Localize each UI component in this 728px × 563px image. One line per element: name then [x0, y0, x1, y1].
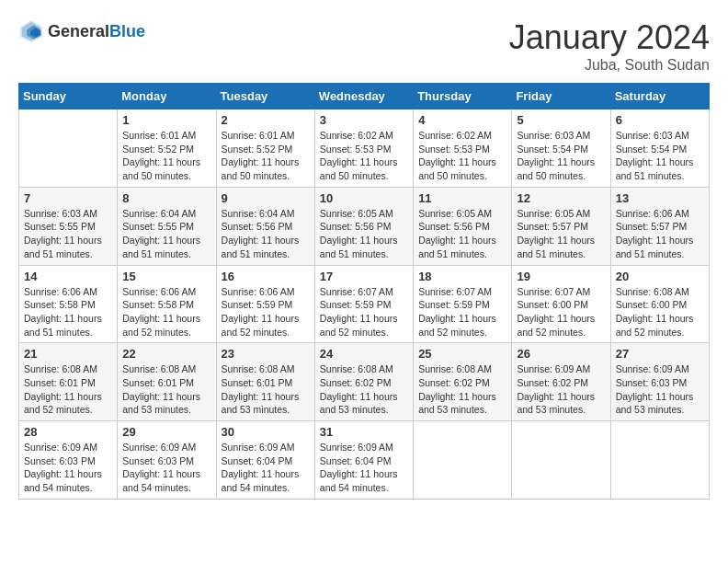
day-detail: Sunrise: 6:09 AMSunset: 6:03 PMDaylight:… [122, 441, 210, 495]
day-detail: Sunrise: 6:05 AMSunset: 5:56 PMDaylight:… [418, 207, 506, 261]
calendar-week-1: 7Sunrise: 6:03 AMSunset: 5:55 PMDaylight… [19, 187, 710, 265]
header-cell-monday: Monday [118, 84, 216, 109]
day-detail: Sunrise: 6:08 AMSunset: 6:01 PMDaylight:… [24, 362, 112, 417]
day-detail: Sunrise: 6:08 AMSunset: 6:00 PMDaylight:… [616, 285, 704, 339]
day-detail: Sunrise: 6:08 AMSunset: 6:02 PMDaylight:… [320, 362, 408, 417]
day-number: 27 [616, 347, 704, 361]
calendar-cell: 23Sunrise: 6:08 AMSunset: 6:01 PMDayligh… [216, 343, 314, 421]
day-number: 14 [24, 270, 112, 283]
day-detail: Sunrise: 6:06 AMSunset: 5:58 PMDaylight:… [122, 285, 210, 339]
day-number: 17 [320, 270, 408, 283]
calendar-cell: 15Sunrise: 6:06 AMSunset: 5:58 PMDayligh… [118, 265, 216, 343]
calendar-cell: 19Sunrise: 6:07 AMSunset: 6:00 PMDayligh… [512, 265, 610, 343]
header-row: SundayMondayTuesdayWednesdayThursdayFrid… [19, 84, 710, 109]
calendar-cell: 31Sunrise: 6:09 AMSunset: 6:04 PMDayligh… [314, 421, 413, 500]
day-detail: Sunrise: 6:04 AMSunset: 5:56 PMDaylight:… [222, 207, 310, 261]
calendar-cell: 4Sunrise: 6:02 AMSunset: 5:53 PMDaylight… [414, 109, 512, 188]
month-title: January 2024 [509, 18, 710, 57]
day-number: 30 [222, 425, 310, 439]
day-detail: Sunrise: 6:03 AMSunset: 5:54 PMDaylight:… [517, 129, 605, 183]
day-detail: Sunrise: 6:07 AMSunset: 6:00 PMDaylight:… [517, 285, 605, 339]
day-number: 20 [616, 270, 704, 283]
day-number: 8 [122, 191, 210, 205]
header-cell-tuesday: Tuesday [216, 84, 314, 109]
day-number: 13 [616, 191, 704, 205]
calendar-week-4: 28Sunrise: 6:09 AMSunset: 6:03 PMDayligh… [19, 421, 710, 500]
day-detail: Sunrise: 6:04 AMSunset: 5:55 PMDaylight:… [122, 207, 210, 261]
calendar-cell: 17Sunrise: 6:07 AMSunset: 5:59 PMDayligh… [314, 265, 413, 343]
calendar-cell: 2Sunrise: 6:01 AMSunset: 5:52 PMDaylight… [216, 109, 314, 188]
calendar-cell: 30Sunrise: 6:09 AMSunset: 6:04 PMDayligh… [216, 421, 314, 500]
day-number: 2 [222, 113, 310, 127]
calendar-cell: 22Sunrise: 6:08 AMSunset: 6:01 PMDayligh… [118, 343, 216, 421]
day-detail: Sunrise: 6:01 AMSunset: 5:52 PMDaylight:… [222, 129, 310, 183]
header-cell-sunday: Sunday [19, 84, 118, 109]
day-detail: Sunrise: 6:05 AMSunset: 5:57 PMDaylight:… [517, 207, 605, 261]
calendar-cell [610, 421, 709, 500]
day-detail: Sunrise: 6:06 AMSunset: 5:59 PMDaylight:… [222, 285, 310, 339]
day-detail: Sunrise: 6:08 AMSunset: 6:02 PMDaylight:… [418, 362, 506, 417]
calendar-week-2: 14Sunrise: 6:06 AMSunset: 5:58 PMDayligh… [19, 265, 710, 343]
logo-icon [18, 18, 44, 44]
day-number: 26 [517, 347, 605, 361]
day-detail: Sunrise: 6:02 AMSunset: 5:53 PMDaylight:… [418, 129, 506, 183]
calendar-header: SundayMondayTuesdayWednesdayThursdayFrid… [19, 84, 710, 109]
calendar-week-3: 21Sunrise: 6:08 AMSunset: 6:01 PMDayligh… [19, 343, 710, 421]
day-number: 25 [418, 347, 506, 361]
day-number: 7 [24, 191, 112, 205]
logo-blue: Blue [109, 22, 145, 40]
calendar-cell: 11Sunrise: 6:05 AMSunset: 5:56 PMDayligh… [414, 187, 512, 265]
logo: GeneralBlue [18, 18, 145, 44]
header-cell-friday: Friday [512, 84, 610, 109]
header-cell-thursday: Thursday [414, 84, 512, 109]
day-number: 21 [24, 347, 112, 361]
day-number: 24 [320, 347, 408, 361]
calendar-body: 1Sunrise: 6:01 AMSunset: 5:52 PMDaylight… [19, 109, 710, 500]
day-number: 28 [24, 425, 112, 439]
day-detail: Sunrise: 6:02 AMSunset: 5:53 PMDaylight:… [320, 129, 408, 183]
day-number: 29 [122, 425, 210, 439]
day-number: 22 [122, 347, 210, 361]
logo-general: General [48, 22, 109, 40]
header-cell-saturday: Saturday [610, 84, 709, 109]
calendar-table: SundayMondayTuesdayWednesdayThursdayFrid… [18, 83, 710, 500]
day-number: 23 [222, 347, 310, 361]
day-number: 6 [616, 113, 704, 127]
calendar-cell: 14Sunrise: 6:06 AMSunset: 5:58 PMDayligh… [19, 265, 118, 343]
day-number: 3 [320, 113, 408, 127]
day-number: 16 [222, 270, 310, 283]
day-number: 12 [517, 191, 605, 205]
calendar-cell: 13Sunrise: 6:06 AMSunset: 5:57 PMDayligh… [610, 187, 709, 265]
calendar-cell: 27Sunrise: 6:09 AMSunset: 6:03 PMDayligh… [610, 343, 709, 421]
calendar-cell: 26Sunrise: 6:09 AMSunset: 6:02 PMDayligh… [512, 343, 610, 421]
calendar-cell: 6Sunrise: 6:03 AMSunset: 5:54 PMDaylight… [610, 109, 709, 188]
day-detail: Sunrise: 6:03 AMSunset: 5:55 PMDaylight:… [24, 207, 112, 261]
day-detail: Sunrise: 6:06 AMSunset: 5:58 PMDaylight:… [24, 285, 112, 339]
calendar-cell: 8Sunrise: 6:04 AMSunset: 5:55 PMDaylight… [118, 187, 216, 265]
calendar-cell: 10Sunrise: 6:05 AMSunset: 5:56 PMDayligh… [314, 187, 413, 265]
day-number: 19 [517, 270, 605, 283]
calendar-cell: 3Sunrise: 6:02 AMSunset: 5:53 PMDaylight… [314, 109, 413, 188]
calendar-cell: 1Sunrise: 6:01 AMSunset: 5:52 PMDaylight… [118, 109, 216, 188]
day-detail: Sunrise: 6:07 AMSunset: 5:59 PMDaylight:… [418, 285, 506, 339]
logo-text: GeneralBlue [48, 22, 145, 41]
calendar-cell: 21Sunrise: 6:08 AMSunset: 6:01 PMDayligh… [19, 343, 118, 421]
calendar-cell [19, 109, 118, 188]
day-number: 4 [418, 113, 506, 127]
calendar-week-0: 1Sunrise: 6:01 AMSunset: 5:52 PMDaylight… [19, 109, 710, 188]
page-header: GeneralBlue January 2024 Juba, South Sud… [18, 18, 710, 74]
calendar-cell: 12Sunrise: 6:05 AMSunset: 5:57 PMDayligh… [512, 187, 610, 265]
title-block: January 2024 Juba, South Sudan [509, 18, 710, 74]
day-number: 15 [122, 270, 210, 283]
day-detail: Sunrise: 6:09 AMSunset: 6:04 PMDaylight:… [320, 441, 408, 495]
day-detail: Sunrise: 6:06 AMSunset: 5:57 PMDaylight:… [616, 207, 704, 261]
header-cell-wednesday: Wednesday [314, 84, 413, 109]
day-detail: Sunrise: 6:01 AMSunset: 5:52 PMDaylight:… [122, 129, 210, 183]
day-detail: Sunrise: 6:09 AMSunset: 6:04 PMDaylight:… [222, 441, 310, 495]
day-detail: Sunrise: 6:08 AMSunset: 6:01 PMDaylight:… [222, 362, 310, 417]
day-number: 9 [222, 191, 310, 205]
day-number: 5 [517, 113, 605, 127]
calendar-cell: 20Sunrise: 6:08 AMSunset: 6:00 PMDayligh… [610, 265, 709, 343]
calendar-cell: 9Sunrise: 6:04 AMSunset: 5:56 PMDaylight… [216, 187, 314, 265]
calendar-cell: 18Sunrise: 6:07 AMSunset: 5:59 PMDayligh… [414, 265, 512, 343]
